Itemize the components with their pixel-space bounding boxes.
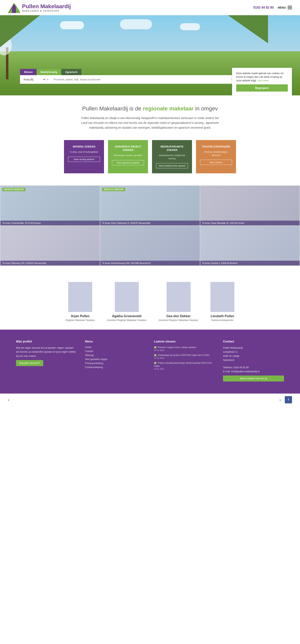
listing-card-2[interactable]: Te koop: Hoge Maasdijk 32, 4281NG Andel: [200, 186, 300, 226]
team-name-0: Arjan Pullen: [66, 314, 95, 318]
header-phone: 0183 44 82 80: [253, 6, 274, 10]
listings-section: NIEUW IN VERKOOP Te koop: Schenkeldijk, …: [0, 185, 300, 274]
service-woning-btn[interactable]: Naar woning aanbod: [68, 157, 100, 162]
listing-img-3: [0, 226, 100, 266]
team-photo-3: [210, 282, 234, 312]
cookie-accept-button[interactable]: Begrepen!: [236, 84, 288, 92]
listing-img-4: [100, 226, 200, 266]
footer-grid: Mijn profiel Met een eigen account kun j…: [16, 340, 284, 382]
listing-address-1: Te koop: Kilse Suikerpeer 6, 4265JP Nieu…: [100, 220, 200, 226]
service-bedrijfsruimte-sub: Industrieterrein, bedrijf met woning: [156, 154, 188, 160]
team-role-2: Assistent Register Makelaar-Taxateur: [158, 319, 198, 322]
footer-col-menu: Menu Home Contact Sitemap Veel gestelde …: [85, 340, 146, 382]
header: Pullen Makelaardij MAKELAARS & TAXATEURS…: [0, 0, 300, 15]
team-member-0: Arjan Pullen Register Makelaar Taxateur: [66, 282, 95, 322]
team-photo-2: [167, 282, 191, 312]
footer-contact-email: E-mail: info@pullen-makelaardij.nl: [223, 370, 284, 374]
team-role-1: Assistent Register Makelaar Taxateur: [107, 319, 147, 322]
prev-arrow[interactable]: ‹: [8, 398, 9, 402]
listing-img-0: [0, 186, 100, 226]
listing-card-3[interactable]: Te koop: Rijksweg 104, 4265GH Nieuwendij…: [0, 226, 100, 266]
listing-card-1[interactable]: NIEUW IN VERKOOP Te koop: Kilse Suikerpe…: [100, 186, 200, 226]
service-agrarisch-btn[interactable]: Naar agrarisch aanbod: [112, 160, 144, 165]
service-woning-sub: In dorp, stad of buitengebied: [68, 150, 100, 154]
listing-img-5: [200, 226, 300, 266]
footer-link-home[interactable]: Home: [85, 346, 146, 349]
next-arrow[interactable]: ›: [279, 398, 281, 402]
listing-badge-0: NIEUW IN VERKOOP: [2, 188, 25, 191]
service-taxatie[interactable]: TAXATIE AANVRAGEN Woning, bedrijfsmatig …: [196, 140, 236, 173]
footer-col-nieuws: Laatste nieuws ✅ Pararius: hogere huren,…: [154, 340, 215, 382]
service-agrarisch-sub: Boerderijen, landen, gronden: [112, 154, 144, 157]
hamburger-icon: [288, 6, 292, 9]
deco-tri-right: [228, 15, 268, 43]
team-role-0: Register Makelaar Taxateur: [66, 319, 95, 322]
footer-link-contact[interactable]: Contact: [85, 350, 146, 353]
bottom-nav-right: › f: [279, 396, 292, 403]
svg-rect-2: [12, 7, 16, 13]
cookie-text: Deze website maakt gebruik van cookies o…: [236, 72, 288, 82]
footer-mijnprofiel-title: Mijn profiel: [16, 340, 77, 343]
footer-col-mijn-profiel: Mijn profiel Met een eigen account kun j…: [16, 340, 77, 382]
footer-contact-name: Pullen Makelaardij: [223, 346, 284, 350]
about-section: Pullen Makelaardij is de regionale makel…: [0, 96, 300, 140]
news-check-icon-0: ✅: [154, 346, 156, 348]
listing-card-5[interactable]: Te koop: Hoekje 2, 4285LM Almkerk: [200, 226, 300, 266]
service-bedrijfsruimte-btn[interactable]: Naar bedrijfsruimte aanbod: [156, 163, 188, 168]
about-title: Pullen Makelaardij is de regionale makel…: [20, 106, 280, 112]
team-member-1: Agatha Groeneveld Assistent Register Mak…: [107, 282, 147, 322]
service-agrarisch[interactable]: AGRARISCH OBJECT ZOEKEN Boerderijen, lan…: [108, 140, 148, 173]
footer-contact-address: Langstraat 11: [223, 350, 284, 354]
service-bedrijfsruimte[interactable]: BEDRIJFSRUIMTE ZOEKEN Industrieterrein, …: [152, 140, 192, 173]
team-section: Arjan Pullen Register Makelaar Taxateur …: [0, 274, 300, 330]
listing-address-3: Te koop: Rijksweg 104, 4265GH Nieuwendij…: [0, 261, 100, 266]
listing-address-0: Te koop: Schenkeldijk, 4271LM Dussen: [0, 220, 100, 226]
footer-link-privacy[interactable]: Privacyverklaring: [85, 362, 146, 365]
footer-menu-title: Menu: [85, 340, 146, 343]
logo-container: Pullen Makelaardij MAKELAARS & TAXATEURS: [8, 2, 71, 13]
footer-contact-phone: Telefoon: 0183 44 82 80: [223, 366, 284, 370]
koop-select[interactable]: Koop [8]: [20, 76, 46, 83]
menu-button[interactable]: MENU: [278, 6, 292, 9]
dropdown-arrow-icon: [46, 78, 49, 81]
footer-contact-city: 4288 JK Uitwijk: [223, 354, 284, 358]
tab-agrarisch[interactable]: Agrarisch: [61, 69, 81, 75]
service-taxatie-btn[interactable]: Naar taxaties: [200, 160, 232, 165]
footer-contact-btn[interactable]: Neem contact met ons op: [223, 376, 284, 382]
footer-link-sitemap[interactable]: Sitemap: [85, 354, 146, 357]
footer-news-2: ✅ Prijzen nieuwbouwwoningen derde kwarta…: [154, 362, 215, 371]
news-date-1: 15-01-2025: [154, 357, 164, 359]
listing-card-4[interactable]: Te koop: Ambachtsweg 29B, 2841MB Moordre…: [100, 226, 200, 266]
about-description: Pullen Makelaardij uit Uitwijk is een kl…: [80, 116, 220, 130]
listing-card-0[interactable]: NIEUW IN VERKOOP Te koop: Schenkeldijk, …: [0, 186, 100, 226]
search-input[interactable]: [51, 76, 231, 83]
tab-wonen[interactable]: Wonen: [20, 69, 37, 75]
news-date-0: 16-01-2025: [154, 349, 164, 352]
news-check-icon-2: ✅: [154, 362, 156, 364]
team-role-3: Kantoormedewerster: [210, 319, 234, 322]
service-agrarisch-title: AGRARISCH OBJECT ZOEKEN: [112, 145, 144, 152]
cookie-lees-meer-link[interactable]: Lees meer: [257, 79, 269, 82]
logo-icon: [8, 2, 20, 13]
footer-nieuws-title: Laatste nieuws: [154, 340, 215, 343]
bottom-bar: ‹ › f: [0, 394, 300, 406]
service-taxatie-title: TAXATIE AANVRAGEN: [200, 145, 232, 148]
listing-address-5: Te koop: Hoekje 2, 4285LM Almkerk: [200, 261, 300, 266]
team-member-3: Liesbeth Pullen Kantoormedewerster: [210, 282, 234, 322]
team-name-3: Liesbeth Pullen: [210, 314, 234, 318]
footer-news-0: ✅ Pararius: hogere huren, kleiner aanbod…: [154, 346, 215, 352]
service-woning[interactable]: WONING ZOEKEN In dorp, stad of buitengeb…: [64, 140, 104, 173]
cloud-3: [180, 23, 200, 30]
footer-account-btn[interactable]: Nog geen account?: [16, 360, 43, 366]
facebook-button[interactable]: f: [285, 396, 292, 403]
listings-grid: NIEUW IN VERKOOP Te koop: Schenkeldijk, …: [0, 185, 300, 266]
footer-col-contact: Contact Pullen Makelaardij Langstraat 11…: [223, 340, 284, 382]
footer-mijnprofiel-text: Met een eigen account kun je panden volg…: [16, 346, 77, 358]
footer-link-cookie[interactable]: Cookieverklaring: [85, 366, 146, 369]
listing-img-1: [100, 186, 200, 226]
tab-bedrijfsmatig[interactable]: Bedrijfsmatig: [37, 69, 61, 75]
cloud-1: [60, 21, 84, 29]
listing-address-2: Te koop: Hoge Maasdijk 32, 4281NG Andel: [200, 220, 300, 226]
footer-link-faq[interactable]: Veel gestelde vragen: [85, 358, 146, 361]
team-photo-0: [68, 282, 92, 312]
